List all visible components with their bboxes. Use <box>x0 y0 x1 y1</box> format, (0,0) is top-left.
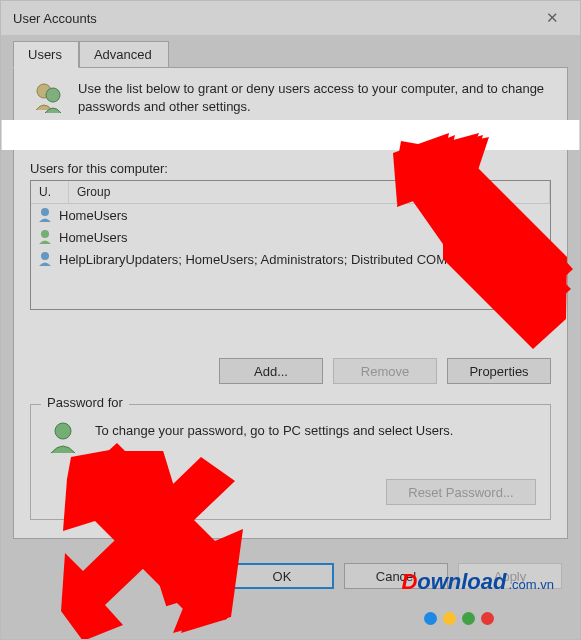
close-icon: ✕ <box>546 9 559 27</box>
users-icon <box>30 80 66 116</box>
watermark-dots <box>424 612 494 625</box>
window-title: User Accounts <box>13 11 532 26</box>
list-item[interactable]: HomeUsers <box>31 204 550 226</box>
user-icon <box>37 207 53 223</box>
list-header: U. Group <box>31 181 550 204</box>
properties-button[interactable]: Properties <box>447 358 551 384</box>
svg-point-2 <box>41 208 49 216</box>
users-list-label: Users for this computer: <box>30 161 551 176</box>
tab-strip: Users Advanced <box>13 41 568 68</box>
svg-point-5 <box>55 423 71 439</box>
intro-text: Use the list below to grant or deny user… <box>78 80 551 115</box>
password-text: To change your password, go to PC settin… <box>95 419 453 438</box>
list-buttons: Add... Remove Properties <box>30 358 551 384</box>
list-item[interactable]: HomeUsers <box>31 226 550 248</box>
users-listbox[interactable]: U. Group HomeUsers HomeUsers HelpLibrary… <box>30 180 551 310</box>
tab-users[interactable]: Users <box>13 41 79 68</box>
col-group-header[interactable]: Group <box>69 181 550 203</box>
password-group: Password for To change your password, go… <box>30 404 551 520</box>
svg-point-1 <box>46 88 60 102</box>
remove-button: Remove <box>333 358 437 384</box>
reset-password-button: Reset Password... <box>386 479 536 505</box>
user-icon <box>37 229 53 245</box>
svg-point-3 <box>41 230 49 238</box>
tab-advanced[interactable]: Advanced <box>79 41 169 68</box>
list-item[interactable]: HelpLibraryUpdaters; HomeUsers; Administ… <box>31 248 550 270</box>
ok-button[interactable]: OK <box>230 563 334 589</box>
svg-point-4 <box>41 252 49 260</box>
user-icon <box>37 251 53 267</box>
add-button[interactable]: Add... <box>219 358 323 384</box>
title-bar: User Accounts ✕ <box>1 1 580 35</box>
col-user-header[interactable]: U. <box>31 181 69 203</box>
intro-row: Use the list below to grant or deny user… <box>30 80 551 116</box>
user-icon <box>45 419 81 455</box>
watermark: Download.com.vn <box>401 569 554 595</box>
password-group-legend: Password for <box>41 395 129 410</box>
close-button[interactable]: ✕ <box>532 4 572 32</box>
